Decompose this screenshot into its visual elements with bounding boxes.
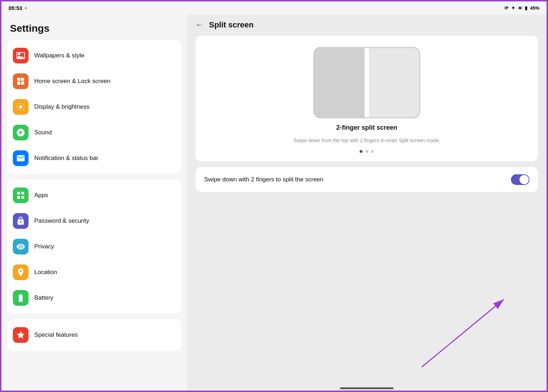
svg-rect-1 [17,78,20,81]
right-panel-title: Split screen [209,20,254,30]
special-icon [13,327,29,343]
svg-rect-4 [21,82,24,85]
sidebar-item-apps[interactable]: Apps [7,182,181,208]
svg-rect-7 [21,192,24,195]
battery-icon-item [13,290,29,306]
home-bar [340,387,394,389]
phone-left [314,48,365,117]
split-screen-toggle[interactable] [511,174,529,185]
sidebar-item-battery[interactable]: Battery [7,285,181,311]
sidebar-item-password[interactable]: Password & security [7,208,181,234]
svg-point-5 [19,105,22,109]
main-layout: Settings Wallpapers & style [1,14,547,392]
special-label: Special features [34,331,78,339]
illustration-title: 2-finger split screen [336,124,397,131]
dot-2 [365,150,368,153]
svg-rect-3 [17,82,20,85]
password-icon [13,213,29,229]
svg-rect-6 [17,192,20,195]
sidebar-item-wallpapers[interactable]: Wallpapers & style [7,43,181,68]
illustration-card: 2-finger split screen Swipe down from th… [196,36,538,161]
sidebar-item-privacy[interactable]: Privacy [7,234,181,259]
svg-line-11 [422,299,504,367]
battery-percent: 45% [530,5,539,11]
svg-rect-9 [21,196,24,199]
apps-label: Apps [34,192,48,199]
wifi-icon: ≋ [518,5,522,11]
headphone-icon: ⟳ [504,5,508,11]
toggle-knob [519,175,529,184]
password-label: Password & security [34,217,89,225]
sidebar-item-display[interactable]: Display & brightness [7,94,181,120]
privacy-icon [13,239,29,254]
sidebar-item-homescreen[interactable]: Home screen & Lock screen [7,68,181,94]
wallpapers-label: Wallpapers & style [34,52,84,59]
location-icon [13,264,29,280]
battery-icon: ▮ [525,5,527,11]
settings-group-2: Apps Password & security Privacy [7,180,181,314]
status-dot: ● [24,5,27,10]
carousel-dots [360,150,374,153]
display-label: Display & brightness [34,103,90,110]
svg-rect-8 [17,196,20,199]
status-right: ⟳ ✦ ≋ ▮ 45% [504,5,539,11]
battery-label: Battery [34,294,54,301]
notification-label: Notification & status bar [34,155,98,162]
wallpapers-icon [13,48,29,63]
status-bar: 05:53 ● ⟳ ✦ ≋ ▮ 45% [1,1,547,14]
back-button[interactable]: ← [196,20,203,30]
sound-icon [13,125,29,140]
sidebar-item-special[interactable]: Special features [7,322,181,348]
svg-point-0 [18,53,20,55]
homescreen-label: Home screen & Lock screen [34,78,111,85]
toggle-label: Swipe down with 2 fingers to split the s… [204,176,324,183]
phone-right [369,48,419,117]
right-header: ← Split screen [187,14,547,36]
phone-divider [365,48,369,117]
bluetooth-icon: ✦ [511,5,515,11]
right-content: 2-finger split screen Swipe down from th… [187,36,547,201]
notification-icon [13,150,29,166]
sound-label: Sound [34,129,52,136]
arrow-annotation [411,282,518,372]
toggle-row: Swipe down with 2 fingers to split the s… [196,167,538,192]
settings-group-1: Wallpapers & style Home screen & Lock sc… [7,40,181,174]
apps-icon [13,187,29,203]
location-label: Location [34,269,57,276]
right-panel: ← Split screen 2-finger split screen Swi… [187,14,547,392]
sidebar-title: Settings [7,20,181,40]
display-icon [13,99,29,115]
illustration-subtitle: Swipe down from the top with 2 fingers t… [293,137,440,144]
svg-rect-2 [21,78,24,81]
privacy-label: Privacy [34,243,54,250]
status-left: 05:53 ● [9,5,27,11]
status-time: 05:53 [9,5,22,11]
settings-group-3: Special features [7,319,181,351]
dot-1 [360,150,362,153]
sidebar-item-notification[interactable]: Notification & status bar [7,145,181,171]
sidebar: Settings Wallpapers & style [1,14,187,392]
sidebar-item-location[interactable]: Location [7,259,181,285]
phone-illustration [313,47,420,118]
dot-3 [371,150,374,153]
homescreen-icon [13,73,29,89]
sidebar-item-sound[interactable]: Sound [7,120,181,145]
